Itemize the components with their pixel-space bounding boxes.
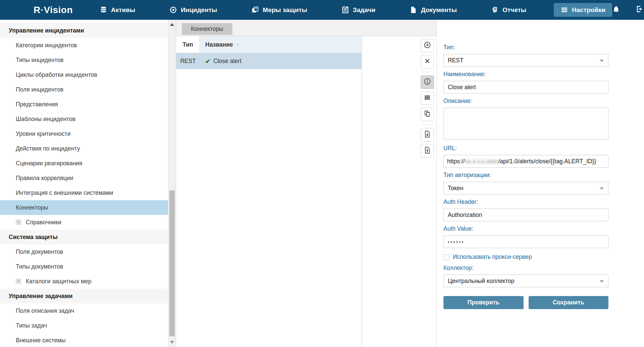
import-button[interactable] bbox=[421, 144, 434, 158]
sidebar-item[interactable]: Сценарии реагирования bbox=[0, 156, 168, 171]
assets-database-icon bbox=[100, 6, 107, 14]
name-label: Наименование: bbox=[443, 71, 644, 78]
auth-value-label: Auth Value: bbox=[443, 225, 644, 232]
proxy-checkbox-row: Использовать прокси-сервер bbox=[443, 253, 644, 261]
proxy-checkbox[interactable] bbox=[443, 254, 449, 260]
sidebar-item[interactable]: Поля описания задач bbox=[0, 303, 168, 318]
nav-item-label: Задачи bbox=[353, 6, 375, 14]
type-select[interactable]: REST bbox=[443, 54, 608, 67]
info-button[interactable] bbox=[421, 75, 434, 89]
documents-page-icon bbox=[410, 6, 417, 14]
chevron-down-icon bbox=[600, 280, 604, 283]
cell-type: REST bbox=[176, 53, 200, 69]
cell-name: ✔Close alert bbox=[200, 53, 362, 69]
collector-select-value: Центральный коллектор bbox=[448, 278, 515, 285]
user-menu[interactable]: admin bbox=[636, 5, 644, 15]
check-button[interactable]: Проверить bbox=[443, 296, 524, 309]
sidebar-item-label: Категории инцидентов bbox=[16, 42, 77, 49]
toolbar-divider bbox=[422, 72, 433, 72]
sidebar-item[interactable]: Представления bbox=[0, 97, 168, 112]
tab-strip: Коннекторы bbox=[176, 20, 436, 36]
tab-connectors[interactable]: Коннекторы bbox=[182, 23, 232, 35]
column-header-name-label: Название bbox=[205, 41, 233, 48]
nav-item-1[interactable]: Активы bbox=[93, 3, 142, 17]
auth-header-input[interactable] bbox=[443, 209, 608, 221]
form-actions: Проверить Сохранить bbox=[443, 296, 608, 309]
table-row[interactable]: REST✔Close alert bbox=[176, 53, 362, 69]
sidebar-item-label: Представления bbox=[16, 101, 58, 108]
sidebar-item[interactable]: Действия по инциденту bbox=[0, 141, 168, 156]
nav-item-6[interactable]: Отчеты bbox=[484, 3, 533, 17]
sidebar-section-header: Система защиты bbox=[0, 230, 168, 244]
sidebar-item[interactable]: Типы инцидентов bbox=[0, 53, 168, 67]
nav-item-7[interactable]: Настройки bbox=[554, 3, 612, 17]
auth-header-label: Auth Header: bbox=[443, 198, 644, 206]
connector-toolbar bbox=[362, 36, 436, 347]
incidents-target-icon bbox=[169, 6, 177, 14]
export-button[interactable] bbox=[421, 128, 434, 141]
expand-plus-icon[interactable]: + bbox=[16, 279, 21, 284]
sidebar-item[interactable]: Интеграция с внешними системами bbox=[0, 185, 168, 200]
sort-asc-icon: ↑ bbox=[236, 41, 239, 48]
url-prefix: https:// bbox=[447, 158, 465, 165]
sidebar-item[interactable]: Циклы обработки инцидентов bbox=[0, 67, 168, 82]
scroll-down-button[interactable] bbox=[168, 338, 176, 346]
nav-item-label: Отчеты bbox=[502, 6, 526, 14]
sidebar-item-label: Действия по инциденту bbox=[16, 145, 80, 152]
type-select-value: REST bbox=[448, 57, 464, 64]
sidebar-item-label: Типы задач bbox=[16, 322, 47, 329]
auth-type-select-value: Токен bbox=[448, 185, 463, 192]
sidebar-item[interactable]: Внешние системы bbox=[0, 333, 168, 347]
sidebar-item-label: Шаблоны инцидентов bbox=[16, 116, 75, 123]
auth-type-select[interactable]: Токен bbox=[443, 182, 608, 194]
auth-value-input[interactable] bbox=[443, 235, 608, 248]
sidebar-item[interactable]: Коннекторы bbox=[0, 200, 168, 215]
notifications-button[interactable] bbox=[612, 5, 620, 15]
name-input[interactable] bbox=[443, 81, 608, 94]
nav-item-label: Инциденты bbox=[181, 6, 217, 14]
sidebar-scrollbar[interactable] bbox=[168, 20, 176, 347]
sidebar-item-label: Управление задачами bbox=[9, 293, 72, 300]
sidebar-item[interactable]: +Каталоги защитных мер bbox=[0, 274, 168, 289]
sidebar-section-header: Управление задачами bbox=[0, 289, 168, 303]
url-input[interactable]: https://xx.x.x.x.xxxx/api/1.0/alerts/clo… bbox=[443, 155, 608, 168]
info-icon bbox=[423, 77, 431, 87]
sidebar-item[interactable]: Правила корреляции bbox=[0, 171, 168, 185]
nav-item-label: Настройки bbox=[572, 6, 605, 14]
add-connector-button[interactable] bbox=[421, 39, 434, 52]
expand-plus-icon[interactable]: + bbox=[16, 220, 21, 225]
proxy-checkbox-label[interactable]: Использовать прокси-сервер bbox=[453, 253, 532, 261]
delete-connector-button[interactable] bbox=[421, 55, 434, 68]
collector-select[interactable]: Центральный коллектор bbox=[443, 275, 608, 287]
reports-stack-icon bbox=[491, 6, 499, 14]
sidebar-item[interactable]: Поля документов bbox=[0, 244, 168, 259]
sidebar-item[interactable]: +Справочники bbox=[0, 215, 168, 230]
sidebar-item[interactable]: Шаблоны инцидентов bbox=[0, 112, 168, 126]
url-label: URL: bbox=[443, 145, 644, 152]
main-menu: АктивыИнцидентыМеры защитыЗадачиДокумент… bbox=[93, 3, 612, 17]
column-header-name[interactable]: Название ↑ bbox=[200, 36, 362, 53]
list-view-button[interactable] bbox=[421, 92, 434, 105]
connector-name: Close alert bbox=[213, 58, 241, 65]
connectors-table: Тип Название ↑ REST✔Close alert bbox=[176, 36, 362, 347]
nav-item-2[interactable]: Инциденты bbox=[163, 3, 224, 17]
nav-item-label: Меры защиты bbox=[263, 6, 307, 14]
sidebar-item-label: Уровни критичности bbox=[16, 130, 70, 137]
scroll-up-button[interactable] bbox=[168, 20, 176, 28]
nav-item-4[interactable]: Задачи bbox=[335, 3, 382, 17]
connectors-workspace: Коннекторы Тип Название ↑ REST✔Close ale… bbox=[176, 20, 436, 347]
top-navbar: R·Vision АктивыИнцидентыМеры защитыЗадач… bbox=[0, 0, 644, 20]
copy-connector-button[interactable] bbox=[421, 108, 434, 121]
sidebar-item[interactable]: Категории инцидентов bbox=[0, 38, 168, 53]
sidebar-item[interactable]: Поля инцидентов bbox=[0, 82, 168, 97]
scrollbar-thumb[interactable] bbox=[169, 190, 175, 336]
sidebar-item[interactable]: Типы задач bbox=[0, 318, 168, 333]
nav-item-3[interactable]: Меры защиты bbox=[245, 3, 314, 17]
column-header-type[interactable]: Тип bbox=[176, 36, 200, 53]
sidebar-item[interactable]: Уровни критичности bbox=[0, 126, 168, 141]
sidebar-item-label: Система защиты bbox=[9, 234, 58, 241]
nav-item-5[interactable]: Документы bbox=[403, 3, 464, 17]
description-input[interactable] bbox=[443, 108, 608, 139]
sidebar-item[interactable]: Типы документов bbox=[0, 259, 168, 274]
save-button[interactable]: Сохранить bbox=[529, 296, 609, 309]
